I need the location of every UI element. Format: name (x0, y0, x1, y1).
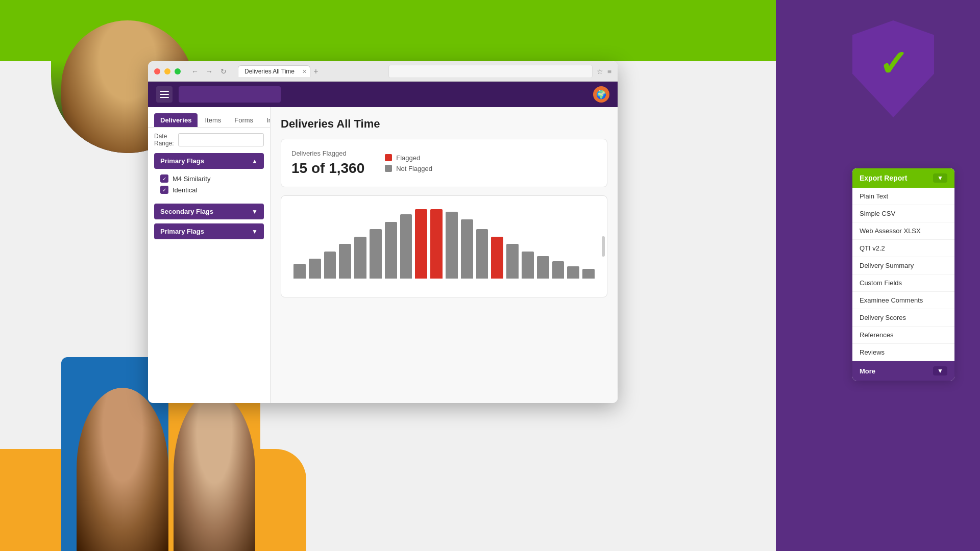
chart-bar (339, 244, 351, 279)
secondary-flags-label: Secondary Flags (160, 208, 213, 215)
chart-bar-wrap (400, 209, 412, 279)
tab-deliveries[interactable]: Deliveries (154, 113, 198, 127)
chart-bar (476, 229, 488, 279)
primary-flags-chevron: ▲ (252, 158, 258, 165)
chart-bar (491, 237, 503, 279)
export-more-label: More (860, 367, 875, 375)
date-range-input[interactable] (178, 133, 264, 146)
bookmark-icon[interactable]: ☆ (597, 67, 603, 76)
export-item[interactable]: Delivery Summary (852, 257, 954, 274)
checkbox-m4-label: M4 Similarity (173, 175, 210, 183)
chart-bar (567, 266, 579, 279)
app-body: Deliveries Items Forms Info Date Range: … (148, 107, 618, 403)
chart-bar (506, 244, 519, 279)
chart-bar (385, 222, 397, 279)
tab-info[interactable]: Info (260, 113, 271, 127)
export-item[interactable]: Plain Text (852, 188, 954, 205)
app-main: Deliveries All Time Deliveries Flagged 1… (271, 107, 618, 403)
export-item[interactable]: QTI v2.2 (852, 240, 954, 257)
legend-not-flagged: Not Flagged (385, 165, 432, 172)
checkbox-m4-similarity[interactable]: ✓ M4 Similarity (160, 173, 258, 184)
legend-flagged: Flagged (385, 154, 432, 162)
browser-dot-minimize[interactable] (164, 68, 170, 74)
browser-tab[interactable]: Deliveries All Time ✕ (238, 65, 310, 77)
chart-bar-wrap (354, 209, 366, 279)
stats-legend: Flagged Not Flagged (385, 154, 432, 172)
chart-bar-wrap (552, 209, 565, 279)
scroll-indicator (602, 236, 605, 257)
chart-bar (430, 209, 443, 279)
page-title: Deliveries All Time (281, 117, 607, 131)
date-range-label: Date Range: (154, 133, 174, 147)
checkbox-identical[interactable]: ✓ Identical (160, 184, 258, 195)
back-button[interactable]: ← (190, 66, 200, 77)
chart-bar-wrap (537, 209, 549, 279)
tab-close-icon[interactable]: ✕ (302, 68, 307, 75)
forward-button[interactable]: → (204, 66, 214, 77)
primary-flags-group: Primary Flags ▲ ✓ M4 Similarity ✓ Identi… (154, 153, 264, 199)
chart-bar-wrap (446, 209, 458, 279)
export-more-button[interactable]: More ▼ (852, 361, 954, 381)
export-item[interactable]: Custom Fields (852, 274, 954, 292)
stats-value: 15 of 1,360 (291, 160, 364, 177)
secondary-flags-header[interactable]: Secondary Flags ▼ (154, 204, 264, 219)
chart-bar (293, 264, 306, 279)
shield-icon: ✓ (852, 20, 934, 117)
primary-flags-content: ✓ M4 Similarity ✓ Identical (154, 169, 264, 199)
stats-info: Deliveries Flagged 15 of 1,360 (291, 149, 364, 177)
chart-bar (370, 229, 382, 279)
primary-flags-2-chevron: ▼ (252, 228, 258, 235)
address-bar[interactable] (388, 65, 593, 78)
shield-checkmark: ✓ (878, 43, 909, 85)
browser-toolbar-icons: ☆ ≡ (597, 67, 611, 76)
export-item[interactable]: Examinee Comments (852, 292, 954, 309)
tab-forms[interactable]: Forms (228, 113, 259, 127)
export-item[interactable]: Web Assessor XLSX (852, 222, 954, 240)
browser-dot-maximize[interactable] (175, 68, 181, 74)
nav-tabs: Deliveries Items Forms Info (148, 107, 270, 128)
browser-tab-label: Deliveries All Time (244, 68, 295, 75)
export-item[interactable]: References (852, 327, 954, 344)
chart-bar-wrap (309, 209, 321, 279)
primary-flags-2-header[interactable]: Primary Flags ▼ (154, 223, 264, 239)
chart-bar (309, 259, 321, 279)
chart-bars (289, 204, 599, 289)
browser-window: ← → ↻ Deliveries All Time ✕ + ☆ ≡ 🌍 (148, 61, 618, 403)
primary-flags-2-label: Primary Flags (160, 228, 204, 235)
stats-card: Deliveries Flagged 15 of 1,360 Flagged N… (281, 139, 607, 187)
search-input[interactable] (179, 86, 281, 103)
legend-dot-flagged (385, 154, 392, 161)
hamburger-line-1 (160, 91, 169, 92)
tab-items[interactable]: Items (199, 113, 227, 127)
hamburger-line-3 (160, 97, 169, 98)
export-item[interactable]: Simple CSV (852, 205, 954, 222)
chart-bar (400, 214, 412, 279)
hamburger-button[interactable] (156, 86, 173, 103)
chart-bar-wrap (370, 209, 382, 279)
export-items-list: Plain TextSimple CSVWeb Assessor XLSXQTI… (852, 188, 954, 361)
export-item[interactable]: Delivery Scores (852, 309, 954, 327)
primary-flags-2-group: Primary Flags ▼ (154, 223, 264, 239)
export-dropdown-button[interactable]: ▼ (933, 173, 947, 183)
refresh-button[interactable]: ↻ (218, 66, 229, 77)
export-item[interactable]: Reviews (852, 344, 954, 361)
browser-dot-close[interactable] (154, 68, 160, 74)
primary-flags-header[interactable]: Primary Flags ▲ (154, 153, 264, 169)
chart-bar-wrap (522, 209, 534, 279)
new-tab-button[interactable]: + (310, 66, 322, 77)
logo-icon: 🌍 (596, 90, 606, 99)
export-panel-title: Export Report (860, 174, 907, 182)
chart-bar-wrap (430, 209, 443, 279)
app-sidebar: Deliveries Items Forms Info Date Range: … (148, 107, 271, 403)
date-range-row: Date Range: (154, 133, 264, 147)
shield-container: ✓ (852, 20, 954, 133)
chart-bar (522, 252, 534, 279)
chart-bar (552, 261, 565, 279)
app-logo: 🌍 (593, 86, 609, 103)
chart-container (281, 195, 607, 297)
chart-bar (446, 212, 458, 279)
menu-icon[interactable]: ≡ (607, 67, 611, 76)
browser-chrome: ← → ↻ Deliveries All Time ✕ + ☆ ≡ (148, 61, 618, 82)
chart-bar (582, 269, 595, 279)
chart-bar-wrap (582, 209, 595, 279)
